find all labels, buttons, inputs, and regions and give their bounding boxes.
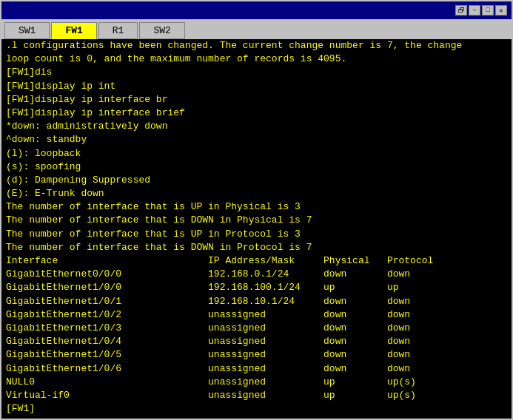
title-bar: 🗗 – □ ✕	[1, 1, 512, 19]
terminal-line: GigabitEthernet0/0/0 192.168.0.1/24 down…	[6, 268, 507, 281]
terminal-line: [FW1]display ip int	[6, 80, 507, 93]
terminal-line: (l): loopback	[6, 147, 507, 160]
terminal-line: NULL0 unassigned up up(s)	[6, 376, 507, 389]
maximize-button[interactable]: □	[482, 5, 494, 16]
tab-fw1[interactable]: FW1	[51, 22, 96, 39]
terminal-line: [FW1]	[6, 402, 507, 416]
terminal-line: GigabitEthernet1/0/0 192.168.100.1/24 up…	[6, 281, 507, 294]
terminal-line: [FW1]display ip interface br	[6, 93, 507, 106]
terminal-line: (E): E-Trunk down	[6, 187, 507, 200]
terminal-line: (d): Dampening Suppressed	[6, 174, 507, 187]
terminal-line: [FW1]dis	[6, 66, 507, 79]
close-button[interactable]: ✕	[495, 5, 507, 16]
tab-bar: SW1 FW1 R1 SW2	[1, 19, 512, 39]
terminal-line: ^down: standby	[6, 133, 507, 146]
restore-button[interactable]: 🗗	[455, 5, 467, 16]
terminal-line: *down: administratively down	[6, 120, 507, 133]
terminal-output[interactable]: .l configurations have been changed. The…	[1, 39, 512, 419]
terminal-line: The number of interface that is UP in Pr…	[6, 228, 507, 241]
terminal-line: Interface IP Address/Mask Physical Proto…	[6, 254, 507, 268]
minimize-button[interactable]: –	[469, 5, 480, 16]
tab-sw2[interactable]: SW2	[139, 22, 184, 39]
terminal-line: Virtual-if0 unassigned up up(s)	[6, 389, 507, 402]
terminal-line: The number of interface that is DOWN in …	[6, 241, 507, 254]
tab-sw1[interactable]: SW1	[4, 22, 50, 39]
terminal-line: GigabitEthernet1/0/1 192.168.10.1/24 dow…	[6, 295, 507, 308]
terminal-line: GigabitEthernet1/0/2 unassigned down dow…	[6, 308, 507, 322]
terminal-line: The number of interface that is UP in Ph…	[6, 200, 507, 214]
terminal-line: The number of interface that is DOWN in …	[6, 214, 507, 227]
terminal-line: GigabitEthernet1/0/6 unassigned down dow…	[6, 362, 507, 376]
terminal-line: GigabitEthernet1/0/4 unassigned down dow…	[6, 335, 507, 348]
tab-r1[interactable]: R1	[98, 22, 138, 39]
terminal-line: .l configurations have been changed. The…	[6, 39, 507, 52]
terminal-line: GigabitEthernet1/0/5 unassigned down dow…	[6, 348, 507, 362]
title-bar-controls: 🗗 – □ ✕	[455, 5, 507, 16]
terminal-line: loop count is 0, and the maximum number …	[6, 52, 507, 66]
terminal-line: [FW1]display ip interface brief	[6, 106, 507, 120]
main-window: 🗗 – □ ✕ SW1 FW1 R1 SW2 .l configurations…	[0, 0, 513, 420]
terminal-line: (s): spoofing	[6, 160, 507, 174]
terminal-line: GigabitEthernet1/0/3 unassigned down dow…	[6, 322, 507, 335]
